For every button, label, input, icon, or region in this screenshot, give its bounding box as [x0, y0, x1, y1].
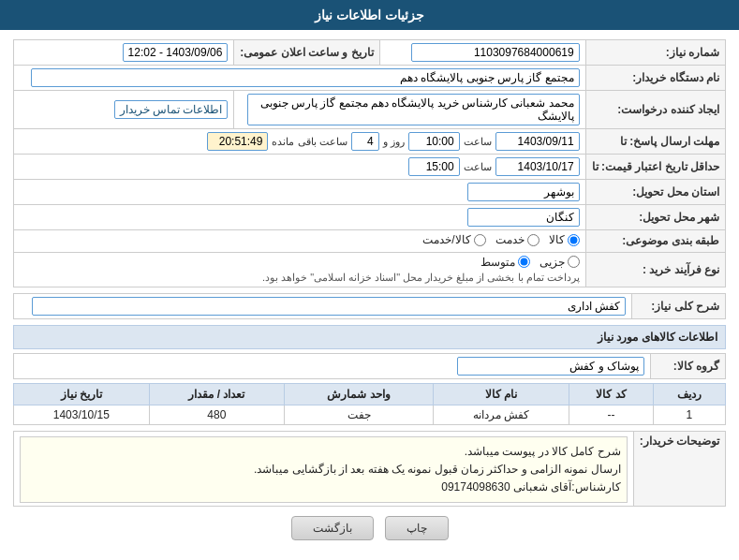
nav-jozi-radio[interactable] — [568, 256, 580, 268]
nav-motevaset-option[interactable]: متوسط — [480, 256, 530, 269]
tozihat-label: توضیحات خریدار: — [633, 431, 725, 507]
nav-jozi-option[interactable]: جزیی — [539, 256, 580, 269]
name-dastgah-field: مجتمع گاز پارس جنوبی پالایشگاه دهم — [31, 68, 580, 87]
tabaqe-khadamat-option[interactable]: خدمت — [495, 233, 539, 246]
etelaat-tamas-link[interactable]: اطلاعات تماس خریدار — [114, 100, 229, 119]
tarikh-value: 1403/09/06 - 12:02 — [14, 40, 234, 66]
mohlat-ersal-rooz: 4 — [351, 132, 379, 151]
ijad-konande-label: ایجاد کننده درخواست: — [585, 91, 725, 129]
nav-motevaset-radio[interactable] — [518, 256, 530, 268]
name-dastgah-label: نام دستگاه خریدار: — [585, 66, 725, 91]
hadaqal-date: 1403/10/17 — [495, 157, 580, 176]
ostan-field: بوشهر — [467, 183, 580, 201]
notes-box: شرح کامل کالا در پیوست میباشد.ارسال نمون… — [20, 436, 628, 504]
tozihat-table: توضیحات خریدار: شرح کامل کالا در پیوست م… — [13, 431, 726, 508]
ostan-value: بوشهر — [14, 180, 586, 205]
tarikh-field: 1403/09/06 - 12:02 — [123, 43, 229, 62]
ijad-konande-value: محمد شعبانی کارشناس خرید پالایشگاه دهم م… — [234, 91, 585, 129]
header-title: جزئیات اطلاعات نیاز — [315, 7, 424, 22]
print-button[interactable]: چاپ — [385, 516, 449, 540]
shomara-niaz-label: شماره نیاز: — [585, 40, 725, 66]
note-line: شرح کامل کالا در پیوست میباشد. — [26, 443, 621, 461]
hadaqal-label: حداقل تاریخ اعتبار قیمت: تا — [585, 155, 725, 180]
ostan-label: استان محل تحویل: — [585, 180, 725, 205]
ijad-konande-field: محمد شعبانی کارشناس خرید پالایشگاه دهم م… — [247, 94, 580, 125]
nav-farayand-label: نوع فرآیند خرید : — [585, 252, 725, 287]
tabaqe-khadamat-radio[interactable] — [527, 234, 539, 246]
col-tedad: تعداد / مقدار — [149, 383, 284, 405]
tabaqe-kala-khadamat-radio[interactable] — [474, 234, 486, 246]
tarikh-label: تاریخ و ساعت اعلان عمومی: — [234, 40, 379, 66]
button-bar: بازگشت چاپ — [13, 516, 726, 540]
nav-farayand-radio-group: جزیی متوسط — [20, 256, 580, 269]
note-line: ارسال نمونه الزامی و حداکثر زمان قبول نم… — [26, 461, 621, 479]
sharh-koli-table: شرح کلی نیاز: کفش اداری — [13, 293, 726, 319]
tabaqe-kala-khadamat-option[interactable]: کالا/خدمت — [422, 233, 485, 246]
shomara-niaz-field: 1103097684000619 — [411, 43, 580, 62]
shahr-field: کنگان — [467, 208, 580, 227]
sharh-koli-field: کفش اداری — [32, 297, 626, 316]
mohlat-ersal-saat: 10:00 — [408, 132, 460, 151]
shahr-label: شهر محل تحویل: — [585, 205, 725, 230]
mohlat-mande-label: ساعت باقی مانده — [272, 136, 347, 148]
page-header: جزئیات اطلاعات نیاز — [0, 0, 739, 30]
items-table: ردیف کد کالا نام کالا واحد شمارش تعداد /… — [13, 383, 726, 425]
tabaqe-label: طبقه بندی موضوعی: — [585, 230, 725, 253]
tabaqe-radio-group: کالا خدمت کالا/خدمت — [422, 233, 579, 246]
mohlat-mande-value: 20:51:49 — [207, 132, 268, 151]
col-tarikh: تاریخ نیاز — [14, 383, 150, 405]
etelaat-kala-section-title: اطلاعات کالاهای مورد نیاز — [13, 325, 726, 349]
mohlat-ersal-saat-label: ساعت — [464, 136, 492, 148]
info-table: شماره نیاز: 1103097684000619 تاریخ و ساع… — [13, 39, 726, 287]
tabaqe-kala-radio[interactable] — [568, 234, 580, 246]
name-dastgah-value: مجتمع گاز پارس جنوبی پالایشگاه دهم — [14, 66, 586, 91]
hadaqal-saat: 15:00 — [408, 157, 460, 176]
gorohe-kala-label: گروه کالا: — [651, 353, 726, 378]
note-line: کارشناس:آقای شعبانی 09174098630 — [26, 479, 621, 496]
shomara-niaz-value: 1103097684000619 — [379, 40, 585, 66]
mohlat-ersal-label: مهلت ارسال پاسخ: تا — [585, 129, 725, 155]
mohlat-ersal-rooz-label: روز و — [383, 136, 405, 148]
tozihat-content: شرح کامل کالا در پیوست میباشد.ارسال نمون… — [14, 431, 634, 507]
shahr-value: کنگان — [14, 205, 586, 230]
back-button[interactable]: بازگشت — [291, 516, 374, 540]
gorohe-kala-field: پوشاک و کفش — [457, 357, 644, 376]
mohlat-ersal-date: 1403/09/11 — [495, 132, 580, 151]
col-name-kala: نام کالا — [434, 383, 569, 405]
gorohe-kala-table: گروه کالا: پوشاک و کفش — [13, 353, 726, 379]
sharh-koli-label: شرح کلی نیاز: — [632, 293, 726, 318]
tabaqe-kala-option[interactable]: کالا — [549, 233, 580, 246]
table-row: 1--کفش مردانهجفت4801403/10/15 — [14, 405, 726, 424]
col-vahid: واحد شمارش — [285, 383, 434, 405]
hadaqal-saat-label: ساعت — [464, 161, 492, 173]
nav-farayand-note: پرداخت تمام با بخشی از مبلغ خریدار محل "… — [20, 272, 580, 284]
col-code-kala: کد کالا — [569, 383, 654, 405]
col-radif: ردیف — [653, 383, 725, 405]
